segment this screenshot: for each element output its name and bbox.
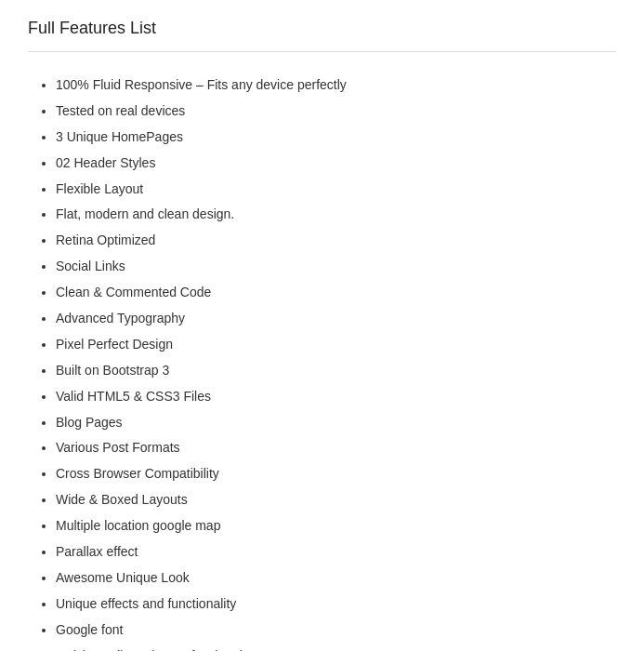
list-item: 02 Header Styles [56, 151, 616, 177]
list-item: Parallax effect [56, 539, 616, 565]
page-container: Full Features List 100% Fluid Responsive… [0, 0, 644, 651]
list-item: Flexible Layout [56, 177, 616, 203]
list-item: Blog Pages [56, 410, 616, 436]
list-item: Google font [56, 618, 616, 644]
list-item: Cross Browser Compatibility [56, 461, 616, 487]
list-item: Various Post Formats [56, 435, 616, 461]
list-item: Tested on real devices [56, 99, 616, 125]
list-item: Valid HTML5 & CSS3 Files [56, 384, 616, 410]
features-list: 100% Fluid Responsive – Fits any device … [28, 73, 616, 651]
list-item: Unique effects and functionality [56, 591, 616, 618]
list-item: Built on Bootstrap 3 [56, 358, 616, 384]
list-item: Multiple location google map [56, 513, 616, 539]
page-title: Full Features List [28, 19, 616, 38]
list-item: Awesome Unique Look [56, 565, 616, 591]
divider [28, 51, 616, 52]
list-item: Social Links [56, 254, 616, 280]
list-item: Wide & Boxed Layouts [56, 487, 616, 513]
list-item: Quick, Dedicated & Professional Support [56, 644, 616, 651]
list-item: 100% Fluid Responsive – Fits any device … [56, 73, 616, 99]
list-item: Pixel Perfect Design [56, 332, 616, 358]
list-item: Advanced Typography [56, 306, 616, 332]
list-item: Clean & Commented Code [56, 280, 616, 306]
list-item: Flat, modern and clean design. [56, 202, 616, 228]
list-item: 3 Unique HomePages [56, 125, 616, 151]
list-item: Retina Optimized [56, 228, 616, 254]
